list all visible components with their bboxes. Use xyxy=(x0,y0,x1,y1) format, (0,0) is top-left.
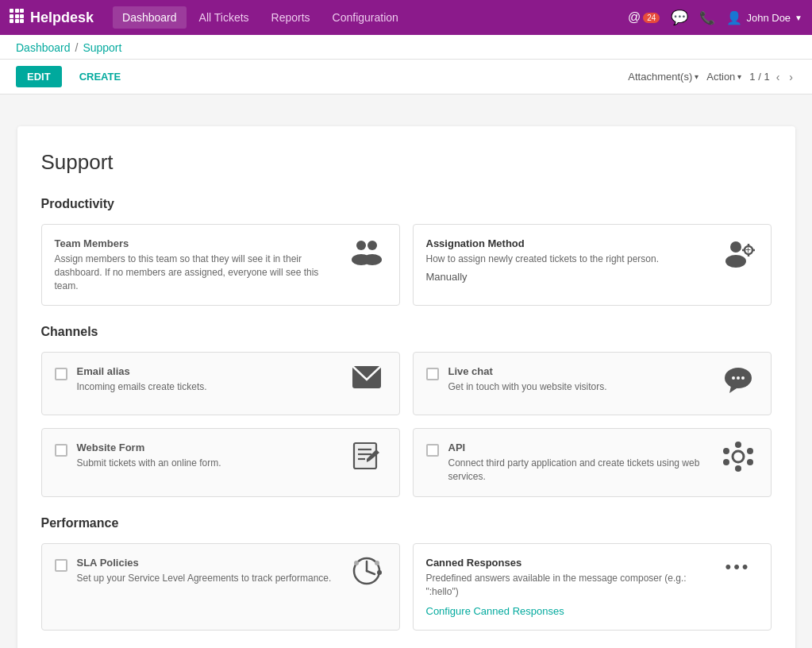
performance-section: Performance SLA Policies Set up your Ser… xyxy=(41,516,772,631)
svg-rect-1 xyxy=(15,9,19,13)
svg-point-36 xyxy=(747,448,753,454)
svg-point-34 xyxy=(735,465,741,472)
email-alias-icon xyxy=(347,365,387,389)
email-alias-title: Email alias xyxy=(77,365,337,377)
breadcrumb-current: Support xyxy=(83,41,121,54)
svg-point-10 xyxy=(368,241,377,250)
email-alias-desc: Incoming emails create tickets. xyxy=(77,380,337,394)
canned-responses-icon: ••• xyxy=(718,557,758,577)
channels-section: Channels Email alias Incoming emails cre… xyxy=(41,325,772,497)
sla-policies-card[interactable]: SLA Policies Set up your Service Level A… xyxy=(41,543,400,631)
svg-rect-0 xyxy=(10,9,13,13)
breadcrumb-parent[interactable]: Dashboard xyxy=(16,41,71,54)
assignation-method-card[interactable]: Assignation Method How to assign newly c… xyxy=(413,224,772,306)
live-chat-checkbox[interactable] xyxy=(426,368,439,380)
pagination: 1 / 1 ‹ › xyxy=(749,69,796,85)
action-dropdown[interactable]: Action ▾ xyxy=(706,71,741,83)
email-alias-checkbox[interactable] xyxy=(55,368,67,380)
productivity-card-grid: Team Members Assign members to this team… xyxy=(41,224,772,306)
user-name: John Doe xyxy=(746,12,791,24)
api-icon xyxy=(718,442,758,472)
attachments-caret-icon: ▾ xyxy=(695,72,698,81)
email-alias-body: Email alias Incoming emails create ticke… xyxy=(77,365,337,394)
website-form-checkbox[interactable] xyxy=(55,444,67,457)
at-notifications[interactable]: @ 24 xyxy=(628,10,660,25)
productivity-section: Productivity Team Members Assign members… xyxy=(41,197,772,306)
nav-reports[interactable]: Reports xyxy=(262,6,320,29)
svg-rect-2 xyxy=(20,9,24,13)
svg-point-25 xyxy=(737,376,740,380)
assignation-method-value: Manually xyxy=(426,271,709,283)
configure-canned-responses-link[interactable]: Configure Canned Responses xyxy=(426,605,564,617)
sla-policies-checkbox[interactable] xyxy=(55,559,67,572)
svg-point-35 xyxy=(723,448,729,454)
svg-rect-7 xyxy=(15,19,19,23)
website-form-body: Website Form Submit tickets with an onli… xyxy=(77,442,337,470)
api-body: API Connect third party application and … xyxy=(448,442,709,484)
attachments-dropdown[interactable]: Attachment(s) ▾ xyxy=(628,71,698,83)
nav-all-tickets[interactable]: All Tickets xyxy=(190,6,259,29)
user-menu[interactable]: 👤 John Doe ▼ xyxy=(726,10,802,25)
pagination-info: 1 / 1 xyxy=(749,71,769,83)
website-form-desc: Submit tickets with an online form. xyxy=(77,457,337,470)
svg-point-13 xyxy=(730,241,741,253)
svg-point-33 xyxy=(735,442,741,448)
top-navigation: Helpdesk Dashboard All Tickets Reports C… xyxy=(0,0,812,35)
create-button[interactable]: CREATE xyxy=(68,66,132,87)
sla-policies-icon xyxy=(347,557,387,585)
grid-icon xyxy=(10,9,24,27)
breadcrumb-separator: / xyxy=(75,41,79,54)
assignation-method-body: Assignation Method How to assign newly c… xyxy=(426,237,709,283)
svg-rect-8 xyxy=(20,19,24,23)
svg-point-40 xyxy=(354,561,359,565)
nav-right-actions: @ 24 💬 📞 👤 John Doe ▼ xyxy=(628,9,802,26)
next-page-button[interactable]: › xyxy=(786,69,796,85)
svg-point-14 xyxy=(725,255,746,268)
api-card[interactable]: API Connect third party application and … xyxy=(413,428,772,497)
svg-point-24 xyxy=(732,376,735,380)
edit-button[interactable]: EDIT xyxy=(16,66,62,87)
team-members-icon xyxy=(347,237,387,266)
email-alias-card[interactable]: Email alias Incoming emails create ticke… xyxy=(41,352,400,415)
nav-dashboard[interactable]: Dashboard xyxy=(113,6,187,29)
productivity-section-title: Productivity xyxy=(41,197,772,211)
svg-point-41 xyxy=(375,561,379,565)
live-chat-card[interactable]: Live chat Get in touch with you website … xyxy=(413,352,772,415)
svg-text:+: + xyxy=(745,245,751,256)
notification-count: 24 xyxy=(643,13,660,23)
live-chat-desc: Get in touch with you website visitors. xyxy=(448,380,709,394)
website-form-card[interactable]: Website Form Submit tickets with an onli… xyxy=(41,428,400,497)
breadcrumb: Dashboard / Support xyxy=(16,41,796,59)
svg-marker-23 xyxy=(729,386,739,393)
brand-logo[interactable]: Helpdesk xyxy=(10,9,94,27)
canned-responses-card[interactable]: Canned Responses Predefined answers avai… xyxy=(413,543,772,631)
toolbar-actions: Attachment(s) ▾ Action ▾ 1 / 1 ‹ › xyxy=(628,69,796,85)
nav-configuration[interactable]: Configuration xyxy=(323,6,408,29)
sla-policies-title: SLA Policies xyxy=(77,557,337,569)
chat-icon[interactable]: 💬 xyxy=(671,9,688,26)
svg-point-9 xyxy=(356,241,366,250)
prev-page-button[interactable]: ‹ xyxy=(773,69,783,85)
canned-responses-title: Canned Responses xyxy=(426,557,709,569)
svg-rect-3 xyxy=(10,14,13,18)
action-caret-icon: ▾ xyxy=(737,72,741,81)
api-checkbox[interactable] xyxy=(426,444,439,457)
user-avatar-icon: 👤 xyxy=(726,10,742,25)
main-content: Support Productivity Team Members Assign… xyxy=(17,126,795,648)
performance-card-grid: SLA Policies Set up your Service Level A… xyxy=(41,543,772,631)
channels-card-grid: Email alias Incoming emails create ticke… xyxy=(41,352,772,497)
live-chat-body: Live chat Get in touch with you website … xyxy=(448,365,709,394)
performance-section-title: Performance xyxy=(41,516,772,530)
svg-rect-4 xyxy=(15,14,19,18)
phone-icon[interactable]: 📞 xyxy=(699,10,715,25)
website-form-title: Website Form xyxy=(77,442,337,453)
assignation-method-desc: How to assign newly created tickets to t… xyxy=(426,253,709,266)
website-form-icon xyxy=(347,442,387,470)
toolbar: EDIT CREATE Attachment(s) ▾ Action ▾ 1 /… xyxy=(0,60,812,94)
team-members-card[interactable]: Team Members Assign members to this team… xyxy=(41,224,400,306)
user-dropdown-icon: ▼ xyxy=(795,14,802,22)
canned-responses-body: Canned Responses Predefined answers avai… xyxy=(426,557,709,617)
sla-policies-body: SLA Policies Set up your Service Level A… xyxy=(77,557,337,585)
api-title: API xyxy=(448,442,709,453)
assignation-method-icon: + xyxy=(718,237,758,268)
